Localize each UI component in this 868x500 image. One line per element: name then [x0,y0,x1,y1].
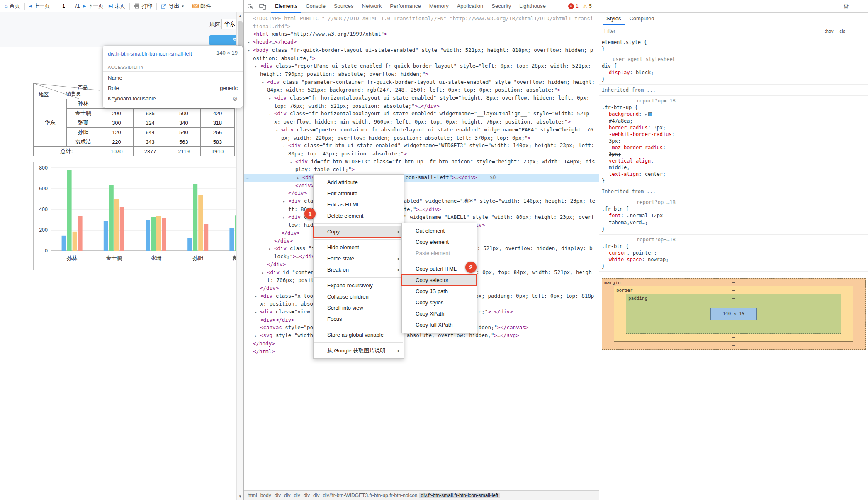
collapsed-arrow-icon[interactable]: ▸ [248,39,253,46]
breadcrumb-item[interactable]: html [246,493,259,498]
css-declaration[interactable]: text-align: center; [602,171,676,177]
style-rule[interactable]: report?op=…18.fr-btn {font: ▸normal 12px… [599,197,868,235]
rule-selector[interactable]: .fr-btn-up { [602,104,676,111]
css-declaration[interactable]: border-radius: 3px; [602,124,676,131]
rule-selector[interactable]: .fr-btn { [602,243,676,250]
inspect-element-button[interactable] [244,0,256,12]
expanded-arrow-icon[interactable]: ▾ [269,110,274,118]
rule-selector[interactable]: .fr-btn { [602,206,676,212]
menu-item[interactable]: Edit as HTML [314,199,404,210]
dom-node-line[interactable]: </body> [244,340,599,348]
collapsed-arrow-icon[interactable]: ▸ [283,214,288,222]
devtools-tab-sources[interactable]: Sources [330,0,358,13]
export-button[interactable]: 导出 ▾ [159,2,186,11]
collapsed-arrow-icon[interactable]: ▸ [255,332,260,340]
dom-node-line[interactable]: </html> [244,348,599,356]
print-button[interactable]: 打印 [132,2,154,11]
home-button[interactable]: ⌂ 首页 [2,2,22,11]
collapsed-arrow-icon[interactable]: ▸ [262,269,267,277]
page-number-input[interactable] [55,2,73,10]
css-declaration[interactable]: display: block; [602,69,676,76]
menu-item[interactable]: Store as global variable [314,329,404,340]
collapsed-arrow-icon[interactable]: ▸ [255,308,260,316]
menu-item[interactable]: Collapse children [314,291,404,302]
settings-gear-icon[interactable]: ⚙ [843,2,849,10]
hover-state-toggle[interactable]: :hov [825,29,834,34]
expand-arrow-icon[interactable]: ▸ [627,214,629,218]
breadcrumb-item[interactable]: div [282,493,292,498]
dom-node-line[interactable]: ▸<div class="fr-texteditor ui-state-enab… [244,197,599,213]
collapsed-arrow-icon[interactable]: ▸ [283,198,288,206]
expanded-arrow-icon[interactable]: ▾ [283,142,288,150]
device-toolbar-button[interactable] [256,0,269,12]
rule-selector[interactable]: div { [602,63,676,69]
menu-item[interactable]: Delete element [314,210,404,221]
expand-arrow-icon[interactable]: ▸ [645,112,647,117]
dom-node-line[interactable]: <html xmlns="http://www.w3.org/1999/xhtm… [244,30,599,38]
menu-item[interactable]: 从 Google 获取图片说明▸ [314,345,404,356]
devtools-tab-security[interactable]: Security [487,0,515,13]
styles-filter-input[interactable]: Filter [604,28,615,34]
box-model-padding[interactable]: padding––––140 × 19 [626,294,841,334]
expanded-arrow-icon[interactable]: ▾ [248,47,253,55]
menu-item[interactable]: Expand recursively [314,280,404,291]
menu-item[interactable]: Edit attribute [314,188,404,199]
next-page-button[interactable]: ▶ 下一页 [80,2,106,11]
collapsed-arrow-icon[interactable]: ▸ [255,293,260,301]
scroll-up-icon[interactable]: ▲ [237,12,243,19]
stylesheet-link[interactable]: report?op=…18 [602,236,676,243]
dom-node-line[interactable]: <!DOCTYPE html PUBLIC "-//W3C//DTD XHTML… [244,15,599,30]
breadcrumb-item[interactable]: div [302,493,311,498]
console-status-badge[interactable]: × 1 ⚠ 5 [568,3,592,10]
mail-button[interactable]: 邮件 [190,2,213,11]
menu-item[interactable]: Copy element [402,236,477,248]
breadcrumb-item[interactable]: div [311,493,321,498]
breadcrumb-item[interactable]: body [259,493,273,498]
menu-item[interactable]: Copy selector [402,274,477,286]
stylesheet-link[interactable]: report?op=…18 [602,199,676,206]
styles-tab-styles[interactable]: Styles [603,13,625,25]
dom-node-line[interactable]: ▾<div class="fr-horizontalboxlayout ui-s… [244,110,599,126]
menu-item[interactable]: Add attribute [314,177,404,188]
dom-node-line[interactable]: ▸<div class="fr-horizontalboxlayout ui-s… [244,94,599,110]
expanded-arrow-icon[interactable]: ▾ [262,79,267,87]
expanded-arrow-icon[interactable]: ▾ [255,63,260,70]
style-rule[interactable]: report?op=…18.fr-btn {cursor: pointer;wh… [599,235,868,272]
expanded-arrow-icon[interactable]: ▾ [276,126,281,134]
devtools-tab-application[interactable]: Application [453,0,488,13]
dom-node-line[interactable]: ▾<div class="reportPane ui-state-enabled… [244,62,599,78]
dom-node-line[interactable]: ▾<div id="fr-btn-WIDGET3" class="fr-btn-… [244,158,599,174]
node-options-dots[interactable]: … [246,174,249,182]
collapsed-arrow-icon[interactable]: ▸ [269,95,274,102]
dom-node-line[interactable]: ▸<head>…</head> [244,38,599,46]
devtools-tab-network[interactable]: Network [358,0,386,13]
dom-node-line-selected[interactable]: …▸<div class="fr-btn-small fr-btn-icon-s… [244,174,599,182]
prev-page-button[interactable]: ◀ 上一页 [27,2,52,11]
css-declaration[interactable]: -moz-border-radius: 3px; [602,144,676,158]
menu-item[interactable]: Copy XPath [402,308,477,319]
devtools-tab-lighthouse[interactable]: Lighthouse [515,0,550,13]
css-declaration[interactable]: -webkit-border-radius: 3px; [602,131,676,144]
breadcrumb-item[interactable]: div#fr-btn-WIDGET3.fr-btn-up.fr-btn-noic… [321,493,419,498]
class-toggle[interactable]: .cls [839,29,846,34]
menu-item[interactable]: Hide element [314,242,404,253]
dom-node-line[interactable]: ▸<svg style="width: 0px; height: 0px; po… [244,332,599,340]
css-declaration[interactable]: vertical-align: middle; [602,158,676,171]
devtools-tab-console[interactable]: Console [301,0,330,13]
css-declaration[interactable]: font: ▸normal 12px tahoma,verd…; [602,212,676,226]
menu-item[interactable]: Copy styles [402,297,477,308]
collapsed-arrow-icon[interactable]: ▸ [297,174,302,182]
menu-item[interactable]: Copy JS path [402,286,477,297]
style-rule[interactable]: report?op=…18.fr-btn-up {background: ▸#4… [599,96,868,186]
css-declaration[interactable]: cursor: pointer; [602,250,676,256]
menu-item[interactable]: Scroll into view [314,302,404,313]
dom-node-line[interactable]: ▾<div class="fr-btn ui-state-enabled" wi… [244,142,599,158]
scroll-down-icon[interactable]: ▼ [237,493,243,500]
devtools-tab-memory[interactable]: Memory [425,0,453,13]
dom-node-line[interactable]: </div> [244,182,599,190]
menu-item[interactable]: Break on▸ [314,264,404,275]
box-model-content[interactable]: 140 × 19 [710,308,757,320]
styles-tab-computed[interactable]: Computed [625,13,658,25]
dom-node-line[interactable]: ▾<body class="fr-quick-border-layout ui-… [244,46,599,62]
color-swatch[interactable] [648,112,652,116]
